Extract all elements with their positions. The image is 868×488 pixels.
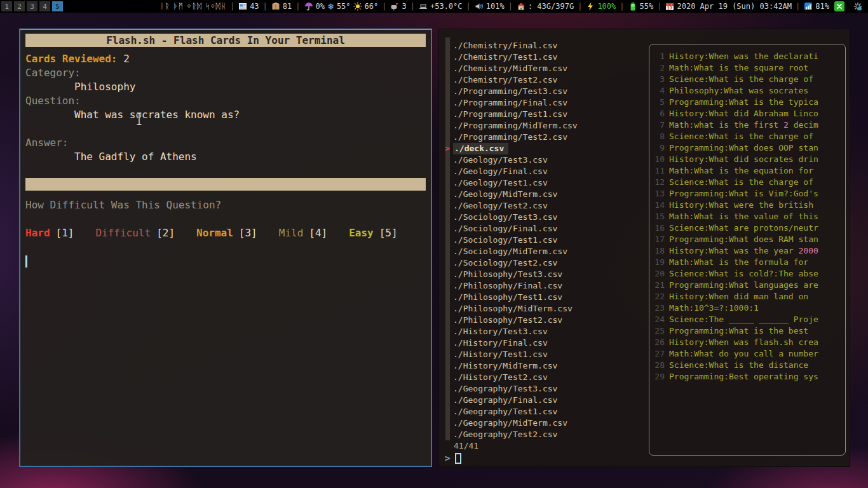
file-row[interactable]: ./Philosophy/Test3.csv [439, 269, 578, 280]
file-row[interactable]: ./Geology/Test1.csv [439, 177, 578, 189]
pointer-icon [439, 372, 453, 383]
file-row[interactable]: ./Chemistry/Test2.csv [439, 74, 578, 86]
file-name: ./Philosophy/Final.csv [453, 280, 562, 292]
flash-window: Flash.sh - Flash Cards In Your Terminal … [19, 29, 432, 467]
pointer-icon [439, 292, 453, 303]
close-button[interactable] [834, 1, 844, 11]
file-row[interactable]: ./Geography/Test1.csv [439, 406, 578, 417]
file-row[interactable]: ./Programming/Final.csv [439, 97, 578, 109]
workspace-button[interactable]: 2 [14, 1, 25, 11]
line-number: 28 [653, 360, 665, 371]
preview-line: 2Math:What is the square root [653, 62, 841, 74]
file-row[interactable]: ./History/Test3.csv [439, 326, 578, 337]
file-row[interactable]: ./Programming/MidTerm.csv [439, 120, 578, 132]
file-row[interactable]: ./Programming/Test2.csv [439, 132, 578, 143]
highlighted-number: 2 [783, 120, 789, 130]
close-x-icon [836, 3, 843, 10]
difficulty-option[interactable]: Difficult[2] [95, 226, 175, 240]
preview-line: 3Science:What is the charge of [653, 74, 841, 85]
file-row[interactable]: ./Geography/Final.csv [439, 395, 578, 406]
speaker-icon [475, 2, 484, 11]
search-prompt[interactable]: > [445, 452, 461, 464]
preview-line: 16Science:What are protons/neutr [653, 222, 841, 234]
separator [295, 2, 300, 11]
file-row[interactable]: ./History/Test1.csv [439, 349, 578, 360]
pointer-icon [439, 280, 453, 292]
difficulty-option-key: [3] [239, 227, 257, 239]
file-row[interactable]: ./Geography/Test3.csv [439, 383, 578, 395]
answer-label: Answer: [25, 136, 426, 150]
difficulty-option[interactable]: Easy[5] [349, 226, 397, 240]
file-row[interactable]: ./Geography/Test2.csv [439, 429, 578, 440]
pointer-icon [439, 429, 453, 440]
file-row[interactable]: ./Philosophy/Test1.csv [439, 292, 578, 303]
file-row[interactable]: ./Geology/MidTerm.csv [439, 189, 578, 200]
question-label: Question: [25, 94, 426, 108]
file-row[interactable]: ./Chemistry/Test1.csv [439, 51, 578, 63]
file-row[interactable]: ./Philosophy/MidTerm.csv [439, 303, 578, 315]
line-number: 4 [653, 85, 665, 97]
snowflake-icon: ❄ [327, 2, 334, 11]
file-row[interactable]: ./Sociology/Final.csv [439, 223, 578, 234]
file-name: ./History/MidTerm.csv [453, 360, 557, 372]
difficulty-option[interactable]: Hard[1] [25, 226, 74, 240]
file-row[interactable]: ./Geography/MidTerm.csv [439, 417, 578, 429]
file-row[interactable]: ./Geology/Test3.csv [439, 154, 578, 166]
pointer-icon [439, 86, 453, 97]
file-name: ./History/Test2.csv [453, 372, 548, 383]
line-number: 14 [653, 200, 665, 211]
file-row[interactable]: ./Sociology/MidTerm.csv [439, 246, 578, 257]
file-row[interactable]: ./Programming/Test3.csv [439, 86, 578, 97]
preview-line: 29Programming:Best operating sys [653, 371, 841, 383]
pointer-icon [439, 63, 453, 74]
file-row[interactable]: ./Programming/Test1.csv [439, 109, 578, 120]
preview-line: 26History:When was flash.sh crea [653, 337, 841, 348]
pointer-icon [439, 166, 453, 177]
fzf-window: ./Chemistry/Final.csv ./Chemistry/Test1.… [438, 29, 850, 467]
separator [466, 2, 471, 11]
news-count: 43 [250, 2, 259, 11]
file-row[interactable]: ./History/Test2.csv [439, 372, 578, 383]
tray-icon[interactable] [853, 2, 862, 11]
mail-count: 3 [402, 2, 406, 11]
file-row[interactable]: ./Sociology/Test3.csv [439, 212, 578, 223]
pointer-icon [439, 337, 453, 349]
disk-usage: : 43G/397G [528, 2, 574, 11]
mouse-cursor-ibeam [135, 112, 143, 126]
preview-line: 14History:What were the british [653, 200, 841, 211]
difficulty-option[interactable]: Mild[4] [279, 226, 327, 240]
battery-icon [628, 2, 637, 11]
clock-widget: 17 2020 Apr 19 (Sun) 03:42AM [665, 2, 792, 11]
file-row[interactable]: ./Chemistry/Final.csv [439, 40, 578, 51]
file-row[interactable]: ./History/MidTerm.csv [439, 360, 578, 372]
taskbar: 1 2 3 4 5 ᛁᚱ ᚦᛗ ᛜᚱᛞ ᛋᛜᛞᚺ 43 81 0% ❄ 55° [0, 0, 868, 13]
file-row[interactable]: ./Geology/Test2.csv [439, 200, 578, 212]
workspace-button[interactable]: 5 [52, 1, 63, 11]
file-row[interactable]: ./Sociology/Test2.csv [439, 257, 578, 269]
file-row[interactable]: ./Sociology/Test1.csv [439, 234, 578, 246]
pointer-icon [439, 212, 453, 223]
file-name: ./Geology/MidTerm.csv [453, 189, 557, 200]
line-number: 24 [653, 314, 665, 325]
file-row[interactable]: ./Philosophy/Final.csv [439, 280, 578, 292]
file-row[interactable]: ./Philosophy/Test2.csv [439, 315, 578, 326]
line-number: 20 [653, 268, 665, 280]
file-row[interactable]: ./History/Final.csv [439, 337, 578, 349]
pointer-icon [439, 257, 453, 269]
difficulty-option-label: Mild [279, 227, 304, 239]
workspace-button[interactable]: 3 [27, 1, 37, 11]
separator [657, 2, 661, 11]
difficulty-option[interactable]: Normal[3] [196, 226, 257, 240]
difficulty-prompt: How Difficult Was This Question? [25, 198, 426, 212]
workspace-button[interactable]: 1 [1, 1, 12, 11]
difficulty-option-key: [1] [56, 227, 74, 239]
line-number: 10 [653, 154, 665, 165]
file-row[interactable]: ./Geology/Final.csv [439, 166, 578, 177]
separator [796, 2, 800, 11]
file-name: ./Geography/MidTerm.csv [453, 417, 567, 429]
preview-line: 10History:What did socrates drin [653, 154, 841, 165]
file-row[interactable]: ./Chemistry/MidTerm.csv [439, 63, 578, 74]
file-row[interactable]: >./deck.csv [439, 143, 578, 154]
line-number: 6 [653, 108, 665, 119]
workspace-button[interactable]: 4 [39, 1, 50, 11]
